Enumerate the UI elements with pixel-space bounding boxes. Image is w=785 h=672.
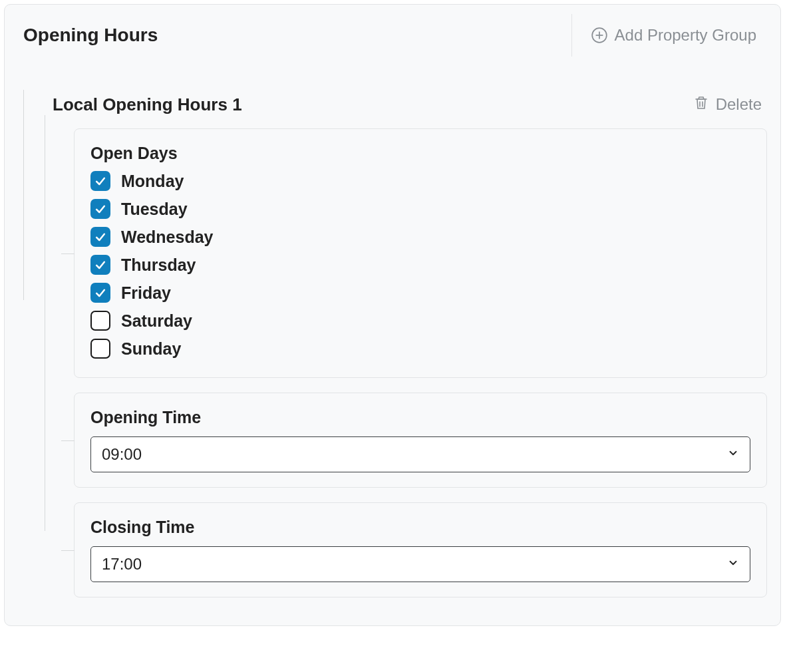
opening-time-label: Opening Time	[90, 408, 750, 427]
day-label: Monday	[121, 172, 184, 191]
day-checkbox-sunday[interactable]	[90, 339, 110, 359]
open-day-row: Monday	[90, 167, 750, 195]
day-checkbox-monday[interactable]	[90, 171, 110, 191]
day-checkbox-tuesday[interactable]	[90, 199, 110, 219]
open-day-row: Friday	[90, 279, 750, 307]
open-day-row: Thursday	[90, 251, 750, 279]
open-days-list: MondayTuesdayWednesdayThursdayFridaySatu…	[90, 167, 750, 363]
plus-circle-icon	[591, 27, 608, 44]
property-group: Local Opening Hours 1	[34, 83, 767, 597]
opening-time-select[interactable]: 09:00	[90, 436, 750, 472]
day-label: Thursday	[121, 255, 196, 275]
group-header: Local Opening Hours 1	[50, 83, 767, 128]
day-checkbox-saturday[interactable]	[90, 311, 110, 331]
day-label: Sunday	[121, 339, 181, 359]
day-checkbox-friday[interactable]	[90, 283, 110, 303]
opening-time-card: Opening Time 09:00	[74, 393, 767, 488]
trash-icon	[693, 94, 709, 115]
closing-time-label: Closing Time	[90, 518, 750, 537]
open-day-row: Tuesday	[90, 195, 750, 223]
day-checkbox-thursday[interactable]	[90, 255, 110, 275]
day-checkbox-wednesday[interactable]	[90, 227, 110, 247]
day-label: Friday	[121, 283, 171, 303]
day-label: Saturday	[121, 311, 192, 331]
open-days-label: Open Days	[90, 144, 750, 163]
opening-time-value: 09:00	[102, 445, 142, 464]
day-label: Tuesday	[121, 200, 188, 219]
open-day-row: Wednesday	[90, 223, 750, 251]
open-day-row: Saturday	[90, 307, 750, 335]
panel-header: Opening Hours Add Property Group	[5, 5, 780, 57]
closing-time-select[interactable]: 17:00	[90, 546, 750, 582]
add-property-group-label: Add Property Group	[615, 26, 756, 45]
delete-group-button[interactable]: Delete	[688, 90, 767, 119]
closing-time-value: 17:00	[102, 555, 142, 574]
add-property-group-button[interactable]: Add Property Group	[571, 14, 762, 57]
chevron-down-icon	[727, 447, 739, 462]
open-day-row: Sunday	[90, 335, 750, 363]
open-days-card: Open Days MondayTuesdayWednesdayThursday…	[74, 128, 767, 378]
closing-time-card: Closing Time 17:00	[74, 502, 767, 597]
day-label: Wednesday	[121, 228, 213, 247]
delete-label: Delete	[716, 95, 762, 114]
chevron-down-icon	[727, 557, 739, 572]
group-title: Local Opening Hours 1	[53, 94, 242, 115]
opening-hours-panel: Opening Hours Add Property Group Local O…	[4, 4, 781, 626]
panel-title: Opening Hours	[23, 25, 158, 46]
